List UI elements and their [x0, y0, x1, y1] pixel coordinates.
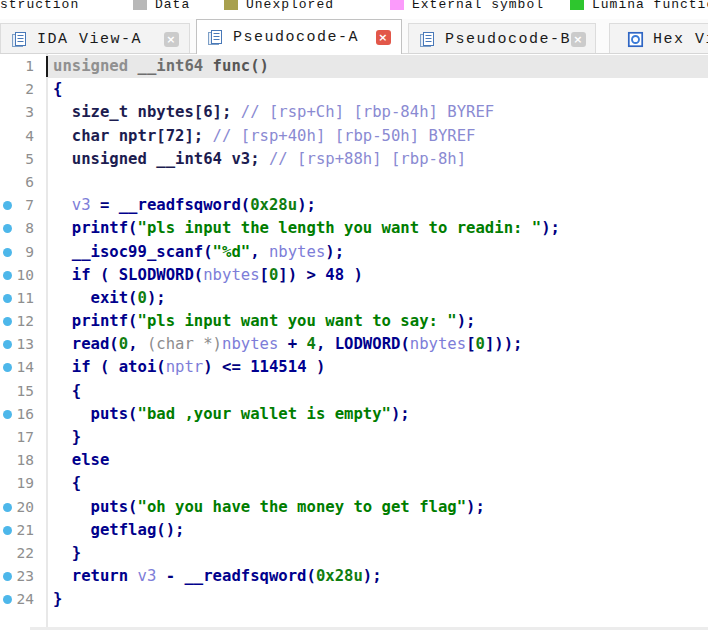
tab-close-icon[interactable]: ×: [376, 30, 391, 45]
code-line[interactable]: 9 __isoc99_scanf("%d", nbytes);: [0, 241, 708, 264]
code-token: (: [128, 289, 137, 307]
code-token: ]));: [485, 335, 523, 353]
code-token: if: [53, 358, 91, 376]
code-token: unsigned __int64 v3;: [53, 150, 269, 168]
line-number: 13: [17, 333, 34, 356]
line-gutter: 7: [0, 194, 48, 217]
hexview-icon: [627, 31, 644, 48]
tab-label: Hex Vi: [653, 31, 708, 48]
tab-ida-view-a[interactable]: IDA View-A ×: [0, 23, 190, 54]
code-line[interactable]: 2{: [0, 78, 708, 101]
code-line[interactable]: 11 exit(0);: [0, 287, 708, 310]
code-text: size_t nbytes[6]; // [rsp+Ch] [rbp-84h] …: [48, 101, 708, 124]
code-text: char nptr[72]; // [rsp+40h] [rbp-50h] BY…: [48, 125, 708, 148]
code-line[interactable]: 13 read(0, (char *)nbytes + 4, LODWORD(n…: [0, 333, 708, 356]
code-token: "pls input the length you want to readin…: [138, 219, 542, 237]
code-token: atoi: [119, 358, 157, 376]
line-number: 9: [25, 241, 34, 264]
line-gutter: 13: [0, 333, 48, 356]
line-gutter: 22: [0, 542, 48, 565]
code-line[interactable]: 15 {: [0, 380, 708, 403]
code-token: );: [147, 289, 166, 307]
code-text: return v3 - __readfsqword(0x28u);: [48, 565, 708, 588]
pseudocode-icon: [11, 31, 28, 48]
code-token: nbytes: [269, 243, 325, 261]
code-line[interactable]: 19 {: [0, 472, 708, 495]
code-token: (: [194, 266, 203, 284]
line-number: 2: [25, 78, 34, 101]
line-gutter: 9: [0, 241, 48, 264]
address-dot-icon: [3, 572, 12, 581]
tab-hex-view[interactable]: Hex Vi: [609, 23, 708, 54]
code-line[interactable]: 10 if ( SLODWORD(nbytes[0]) > 48 ): [0, 264, 708, 287]
code-token: {: [53, 80, 62, 98]
text-caret: [46, 56, 48, 77]
code-token: );: [325, 243, 344, 261]
line-gutter: 15: [0, 380, 48, 403]
line-number: 3: [25, 101, 34, 124]
line-gutter: 12: [0, 310, 48, 333]
line-gutter: 4: [0, 125, 48, 148]
code-token: // [rsp+40h] [rbp-50h] BYREF: [213, 127, 476, 145]
code-area[interactable]: 1unsigned __int64 func()2{3 size_t nbyte…: [0, 54, 708, 630]
code-token: (: [128, 312, 137, 330]
line-number: 1: [25, 55, 34, 78]
code-line[interactable]: 23 return v3 - __readfsqword(0x28u);: [0, 565, 708, 588]
code-text: else: [48, 449, 708, 472]
address-dot-icon: [3, 340, 12, 349]
code-line[interactable]: 17 }: [0, 426, 708, 449]
code-token: 0x28u: [316, 567, 363, 585]
tab-label: IDA View-A: [37, 31, 142, 48]
code-token: +: [278, 335, 306, 353]
tab-label: Pseudocode-A: [233, 29, 359, 46]
code-line[interactable]: 7 v3 = __readfsqword(0x28u);: [0, 194, 708, 217]
line-gutter: 8: [0, 217, 48, 240]
code-token: puts: [53, 405, 128, 423]
line-gutter: 18: [0, 449, 48, 472]
code-text: }: [48, 542, 708, 565]
legend-label: Unexplored: [246, 0, 334, 12]
tab-close-icon[interactable]: ×: [164, 32, 179, 47]
code-text: {: [48, 78, 708, 101]
line-number: 14: [17, 356, 34, 379]
pseudocode-icon: [419, 31, 436, 48]
code-line[interactable]: 20 puts("oh you have the money to get fl…: [0, 496, 708, 519]
code-line[interactable]: 12 printf("pls input want you want to sa…: [0, 310, 708, 333]
line-number: 8: [25, 217, 34, 240]
code-token: ,: [128, 335, 147, 353]
code-token: }: [53, 428, 81, 446]
code-token: // [rsp+Ch] [rbp-84h] BYREF: [241, 103, 494, 121]
code-line[interactable]: 16 puts("bad ,your wallet is empty");: [0, 403, 708, 426]
code-text: {: [48, 472, 708, 495]
code-line[interactable]: 14 if ( atoi(nptr) <= 114514 ): [0, 356, 708, 379]
code-token: printf: [53, 312, 128, 330]
legend-label: Data: [155, 0, 190, 12]
line-gutter: 16: [0, 403, 48, 426]
tab-pseudocode-b[interactable]: Pseudocode-B ×: [408, 23, 596, 54]
code-line[interactable]: 4 char nptr[72]; // [rsp+40h] [rbp-50h] …: [0, 125, 708, 148]
tab-pseudocode-a[interactable]: Pseudocode-A ×: [196, 19, 402, 54]
code-line[interactable]: 6: [0, 171, 708, 194]
code-line[interactable]: 21 getflag();: [0, 519, 708, 542]
code-line[interactable]: 5 unsigned __int64 v3; // [rsp+88h] [rbp…: [0, 148, 708, 171]
line-gutter: 11: [0, 287, 48, 310]
code-line[interactable]: 24}: [0, 588, 708, 611]
code-token: func(): [213, 57, 269, 75]
line-number: 7: [25, 194, 34, 217]
tab-close-icon[interactable]: ×: [571, 32, 586, 47]
code-token: ,: [250, 243, 269, 261]
code-line[interactable]: 22 }: [0, 542, 708, 565]
code-line[interactable]: 3 size_t nbytes[6]; // [rsp+Ch] [rbp-84h…: [0, 101, 708, 124]
code-line[interactable]: 8 printf("pls input the length you want …: [0, 217, 708, 240]
code-line[interactable]: 18 else: [0, 449, 708, 472]
code-token: else: [53, 451, 109, 469]
line-number: 6: [25, 171, 34, 194]
code-line[interactable]: 1unsigned __int64 func(): [0, 55, 708, 78]
code-text: read(0, (char *)nbytes + 4, LODWORD(nbyt…: [48, 333, 708, 356]
code-token: [: [466, 335, 475, 353]
code-token: // [rsp+88h] [rbp-8h]: [269, 150, 466, 168]
address-dot-icon: [3, 294, 12, 303]
code-token: nbytes: [203, 266, 259, 284]
code-token: 48: [325, 266, 344, 284]
code-token: nbytes: [410, 335, 466, 353]
